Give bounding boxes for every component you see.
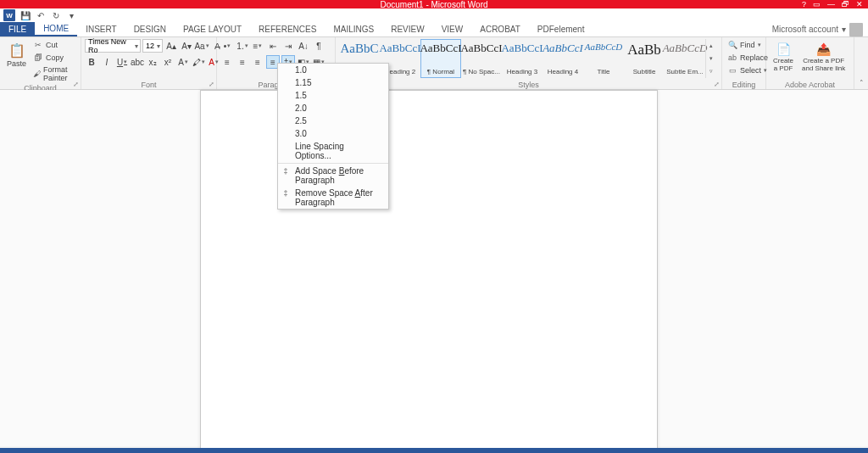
tab-page-layout[interactable]: PAGE LAYOUT <box>175 22 250 36</box>
styles-group-label: Styles <box>339 80 718 89</box>
find-button[interactable]: 🔍Find▾ <box>726 39 770 51</box>
help-icon[interactable]: ? <box>802 0 806 8</box>
format-painter-button[interactable]: 🖌Format Painter <box>31 64 77 83</box>
select-icon: ▭ <box>727 65 737 76</box>
document-area <box>0 90 868 446</box>
tab-home[interactable]: HOME <box>35 22 77 36</box>
ribbon-tabs: FILE HOME INSERT DESIGN PAGE LAYOUT REFE… <box>0 22 868 37</box>
word-icon: W <box>3 9 15 21</box>
styles-launcher-icon[interactable]: ⤢ <box>714 81 720 88</box>
share-pdf-icon: 📤 <box>815 41 833 58</box>
styles-gallery-more: ▴ ▾ ▿ <box>705 39 715 78</box>
quick-access-toolbar: W 💾 ↶ ↻ ▾ <box>0 8 868 22</box>
tab-mailings[interactable]: MAILINGS <box>325 22 382 36</box>
gallery-expand-icon[interactable]: ▿ <box>706 65 715 78</box>
styles-gallery: AaBbCHeading 1 AaBbCcIHeading 2 AaBbCcI¶… <box>339 39 715 78</box>
account-label[interactable]: Microsoft account <box>772 25 838 34</box>
undo-button[interactable]: ↶ <box>36 10 46 20</box>
tab-references[interactable]: REFERENCES <box>250 22 325 36</box>
save-button[interactable]: 💾 <box>20 10 31 20</box>
font-group-label: Font <box>85 80 213 89</box>
style-subtle-emphasis[interactable]: AaBbCcDSubtle Em... <box>665 39 705 78</box>
status-bar <box>0 448 868 453</box>
tab-file[interactable]: FILE <box>0 22 35 36</box>
decrease-indent-button[interactable]: ⇤ <box>266 39 280 53</box>
group-font: Times New Ro 12 A▴ A▾ Aa A̶ B I U abc x₂… <box>81 37 217 89</box>
account-dropdown-icon[interactable]: ▾ <box>842 25 846 34</box>
redo-button[interactable]: ↻ <box>51 10 61 20</box>
multilevel-list-button[interactable]: ≡ <box>251 39 264 53</box>
paste-label: Paste <box>7 60 26 69</box>
restore-icon[interactable]: 🗗 <box>842 0 849 8</box>
clipboard-launcher-icon[interactable]: ⤢ <box>73 81 79 88</box>
close-icon[interactable]: ✕ <box>856 0 863 8</box>
shrink-font-button[interactable]: A▾ <box>180 39 193 53</box>
minimize-icon[interactable]: — <box>827 0 835 8</box>
gallery-down-icon[interactable]: ▾ <box>706 52 715 64</box>
align-center-button[interactable]: ≡ <box>236 55 249 69</box>
avatar[interactable] <box>849 23 863 36</box>
select-button[interactable]: ▭Select▾ <box>726 64 770 76</box>
style-no-spacing[interactable]: AaBbCcI¶ No Spac... <box>461 39 502 78</box>
create-pdf-icon: 📄 <box>774 41 793 58</box>
copy-icon: 🗐 <box>33 53 43 63</box>
bullets-button[interactable]: • <box>220 39 234 53</box>
spacing-3-0[interactable]: 3.0 <box>278 127 388 140</box>
style-normal[interactable]: AaBbCcI¶ Normal <box>420 39 461 78</box>
qat-customize-icon[interactable]: ▾ <box>66 10 76 20</box>
create-share-pdf-button[interactable]: 📤 Create a PDF and Share link <box>798 39 849 75</box>
spacing-1-15[interactable]: 1.15 <box>278 76 388 89</box>
remove-space-after[interactable]: ‡Remove Space After Paragraph <box>278 187 388 209</box>
spacing-1-0[interactable]: 1.0 <box>278 64 388 76</box>
style-heading-4[interactable]: AaBbCcIHeading 4 <box>542 39 583 78</box>
strikethrough-button[interactable]: abc <box>131 55 144 69</box>
adobe-group-label: Adobe Acrobat <box>770 80 850 89</box>
document-page[interactable] <box>200 90 658 453</box>
italic-button[interactable]: I <box>100 55 114 69</box>
show-marks-button[interactable]: ¶ <box>312 39 326 53</box>
align-left-button[interactable]: ≡ <box>220 55 234 69</box>
cut-button[interactable]: ✂Cut <box>31 39 77 51</box>
tab-view[interactable]: VIEW <box>433 22 472 36</box>
increase-indent-button[interactable]: ⇥ <box>281 39 295 53</box>
font-size-combo[interactable]: 12 <box>142 39 163 53</box>
window-title: Document1 - Microsoft Word <box>380 0 487 9</box>
numbering-button[interactable]: 1. <box>236 39 249 53</box>
copy-button[interactable]: 🗐Copy <box>31 52 77 64</box>
spacing-1-5[interactable]: 1.5 <box>278 89 388 102</box>
tab-acrobat[interactable]: ACROBAT <box>471 22 529 36</box>
tab-pdfelement[interactable]: PDFelement <box>529 22 593 36</box>
font-name-combo[interactable]: Times New Ro <box>85 39 141 53</box>
paste-button[interactable]: 📋 Paste <box>3 39 30 70</box>
highlight-button[interactable]: 🖍 <box>192 55 205 69</box>
collapse-ribbon-icon[interactable]: ˄ <box>854 37 868 89</box>
ribbon-display-icon[interactable]: ▭ <box>813 0 821 8</box>
create-pdf-button[interactable]: 📄 Create a PDF <box>770 39 797 75</box>
format-painter-icon: 🖌 <box>33 69 41 79</box>
line-spacing-options[interactable]: Line Spacing Options... <box>278 140 388 162</box>
font-launcher-icon[interactable]: ⤢ <box>209 81 214 88</box>
spacing-2-5[interactable]: 2.5 <box>278 115 388 127</box>
titlebar: Document1 - Microsoft Word ? ▭ — 🗗 ✕ <box>0 0 868 8</box>
grow-font-button[interactable]: A▴ <box>164 39 178 53</box>
tab-insert[interactable]: INSERT <box>77 22 125 36</box>
text-effects-button[interactable]: A <box>176 55 190 69</box>
replace-button[interactable]: abReplace <box>726 52 770 64</box>
tab-review[interactable]: REVIEW <box>382 22 432 36</box>
subscript-button[interactable]: x₂ <box>146 55 159 69</box>
align-right-button[interactable]: ≡ <box>251 55 264 69</box>
spacing-2-0[interactable]: 2.0 <box>278 102 388 115</box>
add-space-before[interactable]: ‡Add Space Before Paragraph <box>278 165 388 187</box>
underline-button[interactable]: U <box>115 55 129 69</box>
group-editing: 🔍Find▾ abReplace ▭Select▾ Editing <box>722 37 766 89</box>
tab-design[interactable]: DESIGN <box>125 22 175 36</box>
style-title[interactable]: AaBbCcDTitle <box>583 39 624 78</box>
style-heading-3[interactable]: AaBbCcIHeading 3 <box>502 39 542 78</box>
sort-button[interactable]: A↓ <box>297 39 310 53</box>
dropdown-separator <box>278 163 388 164</box>
change-case-button[interactable]: Aa <box>195 39 209 53</box>
bold-button[interactable]: B <box>85 55 98 69</box>
style-subtitle[interactable]: AaBbSubtitle <box>624 39 665 78</box>
gallery-up-icon[interactable]: ▴ <box>706 39 715 52</box>
superscript-button[interactable]: x² <box>161 55 175 69</box>
